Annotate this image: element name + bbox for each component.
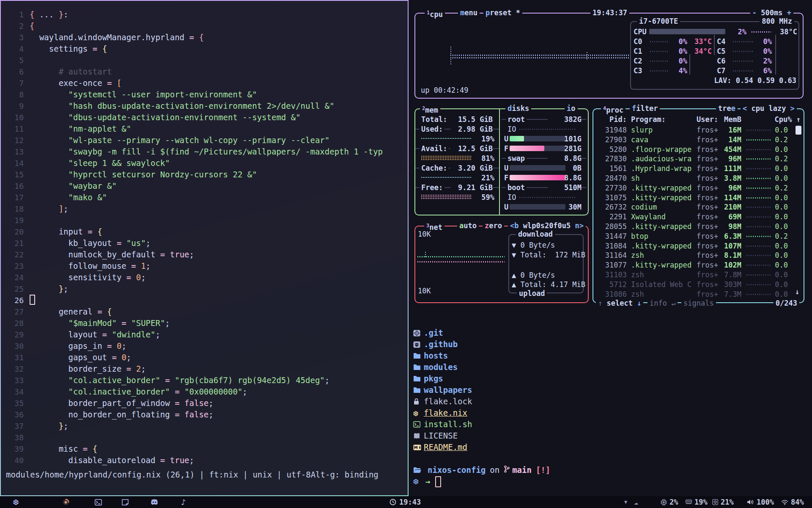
prompt-git-status: [!] — [536, 464, 550, 476]
net-download-graph — [417, 256, 505, 257]
proc-select-button[interactable]: ↑ select ↓ — [596, 298, 643, 308]
process-row[interactable]: 26732codiumfros+210M0.0 — [593, 202, 804, 212]
discord-taskbar-icon[interactable] — [151, 496, 158, 508]
code-line: 1{ ... }: — [1, 9, 407, 20]
shell-input-line[interactable]: ❆ → — [413, 476, 441, 487]
folder-icon — [413, 387, 423, 393]
folder-icon — [413, 353, 423, 359]
code-line: 30 gaps_in = 0; — [1, 340, 407, 352]
file-item[interactable]: hosts — [413, 350, 472, 362]
net-zero-button[interactable]: zero — [483, 221, 504, 230]
proc-sort-selector[interactable]: < cpu lazy > — [741, 104, 797, 113]
clock-icon — [390, 499, 396, 505]
file-name: README.md — [424, 442, 467, 453]
net-auto-button[interactable]: auto — [457, 221, 479, 230]
editor-statusline: modules/home/hyprland/config.nix (26,1) … — [6, 469, 379, 480]
proc-info-button[interactable]: info ↵ — [647, 298, 678, 308]
update-interval-control[interactable]: - 500ms + — [750, 8, 793, 17]
cpu-graph-spike — [450, 47, 451, 65]
process-row[interactable]: 28470shfros+3.8M0.0 — [593, 174, 804, 183]
proc-tree-button[interactable]: tree — [716, 104, 738, 113]
file-item[interactable]: install.sh — [413, 419, 472, 430]
disks-toggle[interactable]: disks — [505, 104, 531, 113]
file-item[interactable]: README.md — [413, 442, 472, 453]
wifi-stat[interactable]: 84% — [781, 496, 804, 508]
shell-prompt: nixos-config on main [!] — [413, 464, 550, 476]
code-line: 22 numlock_by_default = true; — [1, 249, 407, 260]
io-toggle[interactable]: io — [565, 104, 578, 113]
taskbar-clock[interactable]: 19:43 — [390, 496, 421, 508]
disk-stat[interactable]: 21% — [712, 496, 734, 508]
desktop: ❆ ❆ 1{ ... }:2{3 wayland.windowManager.h… — [0, 0, 812, 508]
notes-taskbar-icon[interactable] — [122, 496, 129, 508]
disk-row: boot510M — [504, 183, 587, 192]
file-item[interactable]: ❆flake.nix — [413, 407, 472, 419]
nix-shell-icon: ❆ — [413, 477, 419, 486]
download-speed: ▼ 0 Byte/s — [512, 241, 555, 249]
process-row[interactable]: 31075.kitty-wrappedfros+114M0.0 — [593, 193, 804, 202]
nix-logo-button[interactable]: ❆ — [13, 496, 19, 508]
file-item[interactable]: wallpapers — [413, 384, 472, 396]
proc-count: 0/243 — [774, 298, 799, 308]
process-row[interactable]: 31084.kitty-wrappedfros+107M0.0 — [593, 241, 804, 251]
tray-cloud-icon[interactable]: ☁ — [634, 496, 638, 508]
process-row[interactable]: 31164zshfros+8.1M0.0 — [593, 251, 804, 260]
process-row[interactable]: 27830.audacious-wrafros+96M0.2 — [593, 154, 804, 163]
file-item[interactable]: modules — [413, 362, 472, 373]
editor-window: 1{ ... }:2{3 wayland.windowManager.hyprl… — [0, 0, 409, 496]
proc-filter-button[interactable]: filter — [630, 104, 660, 113]
proc-signals-button[interactable]: signals — [681, 298, 716, 308]
file-item[interactable]: LICENSE — [413, 430, 472, 442]
terminal-window[interactable]: .git.githubhostsmodulespkgswallpapersfla… — [409, 317, 812, 496]
menu-button[interactable]: menu — [458, 8, 480, 17]
disk-row: root382G — [504, 115, 587, 124]
process-row[interactable]: 27903cavafros+14M0.2 — [593, 135, 804, 144]
ram-icon — [686, 500, 692, 505]
chip-stat[interactable]: 2% — [661, 496, 678, 508]
process-row[interactable]: 31103zshfros+7.8M0.0 — [593, 270, 804, 279]
process-row[interactable]: 31948slurpfros+16M0.0 — [593, 125, 804, 135]
file-item[interactable]: .git — [413, 327, 472, 339]
code-line: 3 wayland.windowManager.hyprland = { — [1, 32, 407, 43]
shell-icon — [413, 421, 423, 428]
file-item[interactable]: flake.lock — [413, 396, 472, 407]
mem-meter-row: 19% — [421, 134, 493, 144]
music-taskbar-icon[interactable]: ♪ — [181, 496, 186, 508]
scroll-down-indicator[interactable]: ↓ — [795, 287, 799, 296]
browser-taskbar-icon[interactable] — [62, 496, 69, 508]
preset-button[interactable]: preset * — [483, 8, 522, 17]
process-row[interactable]: 1561.Hyprland-wrapfros+111M0.0 — [593, 164, 804, 173]
process-row[interactable]: 31447btopfros+6.3M0.2 — [593, 232, 804, 241]
proc-scrollbar[interactable] — [796, 126, 801, 135]
file-name: LICENSE — [424, 430, 458, 442]
process-row[interactable]: 5280.floorp-wrappefros+454M0.0 — [593, 145, 804, 154]
ram-stat[interactable]: 19% — [686, 496, 708, 508]
btop-cpu-box: 1cpu menu preset * 19:43:37 - 500ms + up… — [414, 13, 804, 99]
file-item[interactable]: .github — [413, 339, 472, 350]
book-icon — [413, 433, 423, 439]
chip-icon — [661, 499, 667, 505]
github-icon — [413, 341, 423, 348]
editor-buffer[interactable]: 1{ ... }:2{3 wayland.windowManager.hyprl… — [1, 1, 408, 495]
process-row[interactable]: 31086zshfros+7.3M0.0 — [593, 290, 804, 299]
terminal-taskbar-icon[interactable] — [95, 496, 102, 508]
code-line: 18 ]; — [1, 203, 407, 215]
volume-stat[interactable]: 100% — [747, 496, 774, 508]
tray-network-icon[interactable]: ▼ — [624, 496, 627, 508]
file-item[interactable]: pkgs — [413, 373, 472, 384]
process-row[interactable]: 2291Xwaylandfros+69M0.0 — [593, 212, 804, 221]
process-row[interactable]: 31077.kitty-wrappedfros+102M0.0 — [593, 260, 804, 270]
process-row[interactable]: 5712Isolated Web Cfros+303M0.0 — [593, 280, 804, 289]
uptime-label: up 00:42:49 — [421, 86, 469, 95]
code-line: 23 follow_mouse = 1; — [1, 260, 407, 272]
code-line: 37 }; — [1, 420, 407, 432]
prompt-branch: main — [512, 464, 532, 476]
process-row[interactable]: 27730.kitty-wrappedfros+96M0.2 — [593, 183, 804, 193]
folder-icon — [413, 375, 423, 382]
code-line: 26 — [1, 295, 407, 306]
file-name: .github — [424, 339, 458, 350]
net-interface-selector[interactable]: <b wlp0s20f0u5 n> — [508, 221, 586, 230]
nix-icon: ❆ — [413, 409, 423, 417]
process-row[interactable]: 28055.kitty-wrappedfros+98M0.0 — [593, 222, 804, 231]
file-name: modules — [424, 362, 458, 373]
